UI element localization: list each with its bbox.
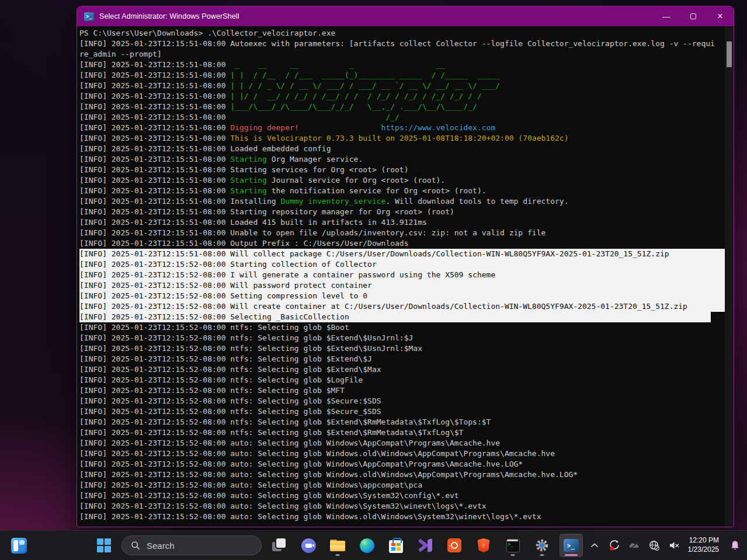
taskbar: Search >_ [0,530,747,560]
window-titlebar[interactable]: >_ Select Administrator: Windows PowerSh… [77,6,734,26]
active-indicator [565,554,578,556]
update-pending-button[interactable] [606,535,623,556]
terminal-line: [INFO] 2025-01-23T12:15:51-08:00 | | / /… [79,81,725,91]
chat-icon [301,538,316,553]
terminal-line: [INFO] 2025-01-23T12:15:51-08:00 /_/ [79,112,725,123]
running-indicator [540,554,544,556]
onedrive-button[interactable] [626,535,642,556]
terminal-line: [INFO] 2025-01-23T12:15:52-08:00 ntfs: S… [79,354,725,364]
terminal-output[interactable]: PS C:\Users\User\Downloads> .\Collector_… [77,26,725,527]
powershell-button[interactable]: >_ [560,534,583,557]
terminal-line: [INFO] 2025-01-23T12:15:51-08:00 Loaded … [79,144,725,154]
running-indicator [336,554,340,556]
volume-button[interactable] [666,535,682,556]
search-icon [130,540,141,551]
terminal-line: [INFO] 2025-01-23T12:15:52-08:00 auto: S… [79,491,725,501]
terminal-line: [INFO] 2025-01-23T12:15:52-08:00 ntfs: S… [79,322,725,333]
terminal-line: [INFO] 2025-01-23T12:15:52-08:00 auto: S… [79,448,725,459]
powershell-window: >_ Select Administrator: Windows PowerSh… [77,6,734,527]
clock-date: 1/23/2025 [688,545,719,555]
terminal-line: [INFO] 2025-01-23T12:15:51-08:00 Output … [79,238,725,249]
terminal-line: [INFO] 2025-01-23T12:15:51-08:00 Startin… [79,165,725,175]
ubuntu-icon [447,538,461,552]
terminal-line: [INFO] 2025-01-23T12:15:51-08:00 _ __ __… [79,60,725,70]
terminal-line: [INFO] 2025-01-23T12:15:51-08:00 Install… [79,196,725,207]
no-internet-globe-icon [648,540,660,551]
widgets-button[interactable] [7,534,30,557]
sync-alert-icon [609,540,620,551]
terminal-line: [INFO] 2025-01-23T12:15:52-08:00 auto: S… [79,469,725,480]
microsoft-store-button[interactable] [384,534,408,557]
maximize-icon [690,13,696,19]
edge-button[interactable] [355,534,378,557]
widgets-icon [11,538,27,554]
chat-button[interactable] [297,534,320,557]
start-icon [97,538,111,552]
terminal-button[interactable]: >_ [501,534,524,557]
task-view-icon [272,538,286,552]
start-button[interactable] [92,534,116,557]
notification-bell-icon [729,540,741,551]
maximize-button[interactable] [680,6,707,26]
terminal-icon: >_ [506,539,520,552]
terminal-line: re_admin --prompt] [79,49,725,60]
terminal-line: [INFO] 2025-01-23T12:15:52-08:00 Startin… [79,259,725,270]
terminal-line: [INFO] 2025-01-23T12:15:52-08:00 ntfs: S… [79,427,725,438]
onedrive-offline-icon [628,540,641,551]
terminal-line: [INFO] 2025-01-23T12:15:51-08:00 | |/ / … [79,91,725,102]
terminal-line: [INFO] 2025-01-23T12:15:52-08:00 Will cr… [79,301,725,312]
powershell-window-icon: >_ [84,12,94,21]
search-box[interactable]: Search [121,535,262,555]
terminal-line: PS C:\Users\User\Downloads> .\Collector_… [79,28,725,39]
terminal-line: [INFO] 2025-01-23T12:15:52-08:00 ntfs: S… [79,385,725,396]
microsoft-store-icon [389,540,403,553]
clock-time: 12:20 PM [688,536,719,545]
ubuntu-button[interactable] [443,534,466,557]
terminal-line: [INFO] 2025-01-23T12:15:51-08:00 Startin… [79,154,725,165]
terminal-line: [INFO] 2025-01-23T12:15:52-08:00 Selecti… [79,312,711,322]
brave-button[interactable] [472,534,495,557]
terminal-line: [INFO] 2025-01-23T12:15:52-08:00 ntfs: S… [79,375,725,385]
terminal-line: [INFO] 2025-01-23T12:15:51-08:00 Startin… [79,207,725,217]
terminal-line: [INFO] 2025-01-23T12:15:52-08:00 ntfs: S… [79,406,725,417]
terminal-line: [INFO] 2025-01-23T12:15:51-08:00 Startin… [79,186,725,196]
minimize-button[interactable]: — [653,6,680,26]
terminal-line: [INFO] 2025-01-23T12:15:51-08:00 This is… [79,133,725,144]
close-button[interactable]: × [707,6,734,26]
terminal-line: [INFO] 2025-01-23T12:15:52-08:00 auto: S… [79,480,725,491]
terminal-line: [INFO] 2025-01-23T12:15:52-08:00 ntfs: S… [79,364,725,375]
clock[interactable]: 12:20 PM 1/23/2025 [686,536,722,555]
terminal-line: [INFO] 2025-01-23T12:15:51-08:00 Will co… [79,249,725,259]
terminal-line: [INFO] 2025-01-23T12:15:52-08:00 auto: S… [79,459,725,469]
terminal-line: [INFO] 2025-01-23T12:15:51-08:00 Digging… [79,123,725,133]
terminal-line: [INFO] 2025-01-23T12:15:51-08:00 Unable … [79,228,725,238]
terminal-line: [INFO] 2025-01-23T12:15:52-08:00 Setting… [79,291,725,301]
running-indicator [511,554,515,556]
terminal-line: [INFO] 2025-01-23T12:15:52-08:00 auto: S… [79,438,725,448]
terminal-line: [INFO] 2025-01-23T12:15:52-08:00 ntfs: S… [79,396,725,406]
task-view-button[interactable] [267,534,291,557]
terminal-line: [INFO] 2025-01-23T12:15:52-08:00 I will … [79,270,725,280]
chevron-up-icon [590,541,599,550]
visual-studio-button[interactable] [414,534,437,557]
terminal-line: [INFO] 2025-01-23T12:15:52-08:00 Will pa… [79,280,725,291]
terminal-line: [INFO] 2025-01-23T12:15:52-08:00 ntfs: S… [79,333,725,343]
network-button[interactable] [646,535,662,556]
terminal-line: [INFO] 2025-01-23T12:15:51-08:00 Loaded … [79,217,725,228]
terminal-line: [INFO] 2025-01-23T12:15:52-08:00 auto: S… [79,512,725,522]
search-label: Search [147,541,175,551]
volume-muted-icon [668,540,680,551]
settings-button[interactable] [530,534,554,557]
terminal-line: [INFO] 2025-01-23T12:15:51-08:00 Autoexe… [79,39,725,49]
hidden-icons-button[interactable] [586,535,603,556]
scrollbar-thumb[interactable] [727,41,732,67]
terminal-scrollbar[interactable] [725,26,734,527]
terminal-line: [INFO] 2025-01-23T12:15:52-08:00 auto: S… [79,501,725,512]
edge-icon [360,538,374,553]
powershell-icon: >_ [564,539,579,552]
file-explorer-button[interactable] [326,534,349,557]
terminal-line: [INFO] 2025-01-23T12:15:52-08:00 ntfs: S… [79,343,725,354]
window-title: Select Administrator: Windows PowerShell [99,12,239,20]
visual-studio-icon [418,538,432,552]
notification-center-button[interactable] [726,535,743,556]
